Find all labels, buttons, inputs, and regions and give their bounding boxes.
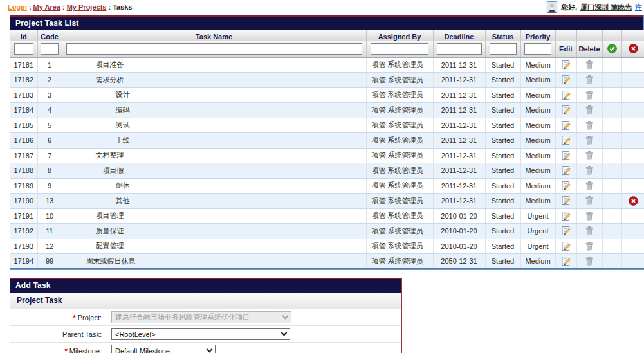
edit-icon[interactable]	[561, 60, 571, 70]
edit-icon[interactable]	[561, 211, 571, 221]
delete-icon[interactable]	[584, 256, 594, 266]
filter-priority-input[interactable]	[524, 43, 551, 55]
table-row[interactable]: 17182 2 需求分析 项管 系统管理员 2011-12-31 Started…	[10, 73, 644, 88]
priority-cell: Urgent	[520, 208, 555, 224]
breadcrumb-my-projects-link[interactable]: My Projects	[67, 3, 107, 11]
edit-icon[interactable]	[561, 120, 571, 131]
edit-icon[interactable]	[561, 181, 571, 191]
milestone-field-row: *Milestone: Default Milestone	[10, 343, 401, 353]
table-row[interactable]: 17188 8 项目假 项管 系统管理员 2011-12-31 Started …	[10, 163, 644, 179]
deadline-cell: 2010-01-20	[433, 224, 485, 239]
assigned-by-cell: 项管 系统管理员	[366, 118, 433, 133]
delete-icon[interactable]	[584, 120, 594, 131]
priority-cell: Medium	[520, 163, 555, 179]
task-name-cell: 项目准备	[62, 57, 366, 73]
deadline-cell: 2011-12-31	[433, 148, 485, 163]
user-bar: 您好, 厦门深圳 施晓光 注	[546, 1, 642, 13]
priority-cell: Urgent	[520, 239, 555, 254]
edit-icon[interactable]	[561, 90, 571, 100]
task-id-cell: 17183	[10, 87, 37, 103]
delete-icon[interactable]	[584, 181, 594, 191]
filter-deadline-input[interactable]	[437, 43, 482, 55]
user-avatar-icon	[546, 1, 558, 13]
table-row[interactable]: 17192 11 质量保证 项管 系统管理员 2010-01-20 Starte…	[10, 224, 644, 239]
apply-filter-icon[interactable]	[607, 44, 617, 53]
column-header-code[interactable]: Code	[37, 30, 62, 41]
delete-icon[interactable]	[584, 195, 594, 206]
greeting-text: 您好,	[561, 3, 577, 12]
assigned-by-cell: 项管 系统管理员	[366, 148, 433, 163]
table-row[interactable]: 17189 9 倒休 项管 系统管理员 2011-12-31 Started M…	[10, 178, 644, 194]
filter-code-input[interactable]	[41, 43, 59, 55]
column-header-deadline[interactable]: Deadline	[433, 30, 485, 41]
filter-assigned-by-input[interactable]	[371, 43, 428, 55]
table-row[interactable]: 17187 7 文档整理 项管 系统管理员 2011-12-31 Started…	[10, 148, 644, 163]
delete-icon[interactable]	[584, 90, 594, 100]
task-code-cell: 2	[37, 73, 62, 88]
column-header-assigned-by[interactable]: Assigned By	[366, 30, 433, 41]
edit-icon[interactable]	[561, 135, 571, 145]
clear-filter-icon[interactable]	[629, 44, 638, 53]
edit-icon[interactable]	[561, 241, 571, 251]
task-name-cell: 需求分析	[62, 73, 366, 88]
task-code-cell: 1	[37, 57, 62, 73]
delete-icon[interactable]	[584, 226, 594, 236]
delete-icon[interactable]	[584, 60, 594, 70]
filter-task-name-input[interactable]	[66, 43, 362, 55]
filter-status-input[interactable]	[490, 43, 517, 55]
edit-icon[interactable]	[561, 226, 571, 236]
section-title: Project Task	[10, 293, 401, 309]
column-header-id[interactable]: Id	[10, 30, 37, 41]
column-header-task-name[interactable]: Task Name	[62, 30, 366, 41]
edit-icon[interactable]	[561, 105, 571, 115]
delete-icon[interactable]	[584, 135, 594, 145]
delete-icon[interactable]	[584, 150, 594, 161]
column-header-spacer	[576, 30, 602, 41]
edit-icon[interactable]	[561, 256, 571, 266]
delete-icon[interactable]	[584, 105, 594, 115]
assigned-by-cell: 项管 系统管理员	[366, 133, 433, 149]
table-row[interactable]: 17185 5 测试 项管 系统管理员 2011-12-31 Started M…	[10, 118, 644, 133]
table-row[interactable]: 17184 4 编码 项管 系统管理员 2011-12-31 Started M…	[10, 103, 644, 118]
edit-icon[interactable]	[561, 75, 571, 85]
task-id-cell: 17184	[10, 103, 37, 118]
deadline-cell: 2011-12-31	[433, 73, 485, 88]
breadcrumb-login-link[interactable]: Login	[8, 3, 27, 11]
delete-icon[interactable]	[584, 165, 594, 176]
edit-icon[interactable]	[561, 195, 571, 206]
table-row[interactable]: 17186 6 上线 项管 系统管理员 2011-12-31 Started M…	[10, 133, 644, 149]
table-row[interactable]: 17191 10 项目管理 项管 系统管理员 2010-01-20 Starte…	[10, 208, 644, 224]
deadline-cell: 2011-12-31	[433, 87, 485, 103]
breadcrumb-separator: :	[108, 3, 111, 11]
edit-icon[interactable]	[561, 150, 571, 161]
delete-icon[interactable]	[584, 211, 594, 221]
status-cell: Started	[485, 133, 520, 149]
logout-link[interactable]: 注	[635, 3, 642, 12]
assigned-by-cell: 项管 系统管理员	[366, 194, 433, 209]
assigned-by-cell: 项管 系统管理员	[366, 254, 433, 269]
milestone-select[interactable]: Default Milestone	[111, 345, 216, 353]
cancel-icon[interactable]	[629, 196, 638, 206]
project-field-label: Project:	[78, 314, 102, 321]
task-id-cell: 17186	[10, 133, 37, 149]
parent-task-select[interactable]: <RootLevel>	[111, 328, 290, 340]
table-row[interactable]: 17183 3 设计 项管 系统管理员 2011-12-31 Started M…	[10, 87, 644, 103]
table-row[interactable]: 17190 13 其他 项管 系统管理员 2011-12-31 Started …	[10, 194, 644, 209]
column-header-spacer	[602, 30, 621, 41]
table-row[interactable]: 17181 1 项目准备 项管 系统管理员 2011-12-31 Started…	[10, 57, 644, 73]
edit-icon[interactable]	[561, 165, 571, 176]
table-row[interactable]: 17193 12 配置管理 项管 系统管理员 2010-01-20 Starte…	[10, 239, 644, 254]
user-profile-link[interactable]: 厦门深圳 施晓光	[580, 3, 632, 12]
filter-id-input[interactable]	[14, 43, 33, 55]
status-cell: Started	[485, 194, 520, 209]
chevron-down-icon	[281, 330, 288, 336]
delete-icon[interactable]	[584, 75, 594, 85]
breadcrumb-my-area-link[interactable]: My Area	[33, 3, 60, 11]
column-header-priority[interactable]: Priority	[520, 30, 555, 41]
project-task-list-panel: Project Task List Id Code Task Name Assi…	[10, 15, 644, 270]
project-field-row: *Project: 建总行金融市场业务风险管理系统优化项目	[10, 309, 401, 326]
delete-icon[interactable]	[584, 241, 594, 251]
column-header-status[interactable]: Status	[485, 30, 520, 41]
task-id-cell: 17188	[10, 163, 37, 179]
table-row[interactable]: 17194 99 周末或假日休息 项管 系统管理员 2050-12-31 Sta…	[10, 254, 644, 269]
